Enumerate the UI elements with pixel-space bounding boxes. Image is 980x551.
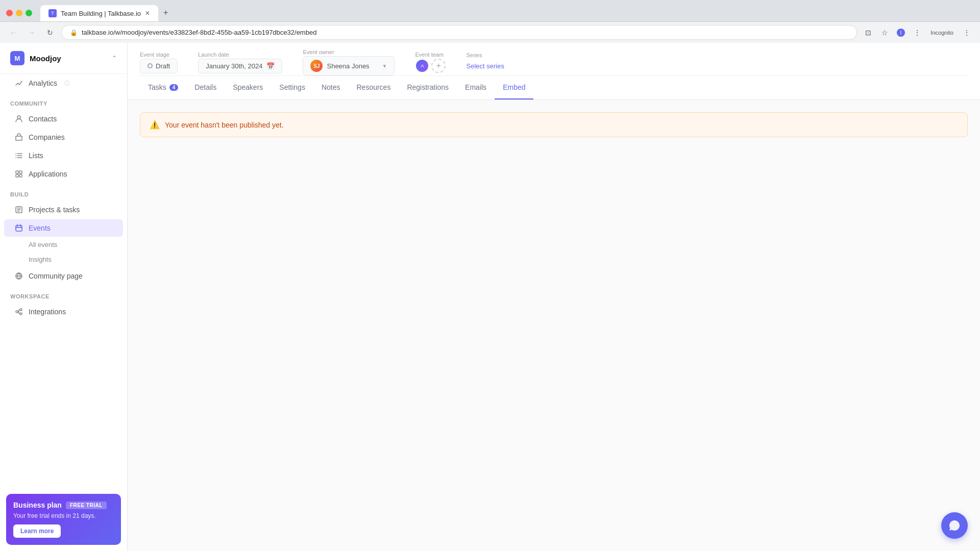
analytics-label: Analytics [29, 79, 57, 87]
tab-emails[interactable]: Emails [457, 76, 495, 99]
tab-close-button[interactable]: ✕ [145, 10, 150, 17]
tasks-badge: 4 [169, 84, 179, 91]
warning-message: Your event hasn't been published yet. [165, 121, 284, 129]
tab-favicon: T [48, 9, 57, 17]
tabs-row: Tasks 4 Details Speakers Settings Notes … [140, 76, 968, 99]
calendar-icon: 📅 [266, 62, 275, 70]
sidebar-item-analytics[interactable]: Analytics ⓘ [4, 74, 123, 92]
active-tab[interactable]: T Team Building | Talkbase.io ✕ [40, 5, 158, 21]
sidebar-item-integrations[interactable]: Integrations [4, 303, 123, 320]
back-button[interactable]: ← [6, 26, 20, 40]
build-section-label: Build [0, 183, 127, 201]
svg-text:I: I [900, 30, 902, 36]
sidebar-item-community-page[interactable]: Community page [4, 267, 123, 285]
warning-icon: ⚠️ [150, 120, 160, 130]
owner-initials: SJ [313, 63, 320, 69]
sidebar-chevron-icon[interactable]: ⌃ [112, 55, 117, 62]
tab-settings[interactable]: Settings [271, 76, 313, 99]
applications-icon [14, 169, 23, 179]
sidebar-item-insights[interactable]: Insights [4, 253, 123, 266]
tab-resources[interactable]: Resources [348, 76, 399, 99]
events-label: Events [29, 224, 51, 232]
community-page-label: Community page [29, 272, 83, 280]
sidebar-item-applications[interactable]: Applications [4, 165, 123, 183]
companies-label: Companies [29, 133, 65, 141]
sidebar-logo[interactable]: M Moodjoy [10, 51, 61, 65]
refresh-button[interactable]: ↻ [43, 26, 57, 40]
tab-registrations[interactable]: Registrations [399, 76, 457, 99]
projects-tasks-label: Projects & tasks [29, 206, 80, 214]
tab-tasks[interactable]: Tasks 4 [140, 76, 186, 99]
launch-label: Launch date [198, 52, 282, 58]
tab-embed[interactable]: Embed [495, 76, 533, 99]
team-label: Event team [415, 52, 446, 58]
tab-emails-label: Emails [465, 83, 486, 91]
svg-rect-3 [16, 136, 22, 140]
svg-rect-5 [19, 171, 22, 173]
svg-rect-6 [16, 174, 18, 177]
select-series-button[interactable]: Select series [466, 59, 504, 73]
business-plan-banner: Business plan FREE TRIAL Your free trial… [6, 494, 121, 545]
event-stage-group: Event stage Draft [140, 52, 178, 73]
extensions-icon[interactable]: ⋮ [910, 26, 924, 40]
sidebar-item-projects[interactable]: Projects & tasks [4, 201, 123, 218]
tab-registrations-label: Registrations [407, 83, 449, 91]
menu-icon[interactable]: ⋮ [960, 26, 974, 40]
applications-label: Applications [29, 170, 67, 178]
tab-details[interactable]: Details [186, 76, 225, 99]
event-meta-row: Event stage Draft Launch date January 30… [140, 43, 968, 76]
all-events-label: All events [29, 241, 57, 248]
learn-more-button[interactable]: Learn more [13, 524, 61, 538]
sidebar-item-companies[interactable]: Companies [4, 129, 123, 146]
sidebar-item-events[interactable]: Events [4, 219, 123, 237]
sidebar-item-all-events[interactable]: All events [4, 238, 123, 252]
tab-embed-label: Embed [503, 83, 525, 91]
tab-details-label: Details [194, 83, 216, 91]
event-team-group: Event team A + [415, 52, 446, 73]
add-team-member-button[interactable]: + [431, 59, 446, 73]
lists-icon [14, 151, 23, 160]
workspace-name: Moodjoy [30, 54, 61, 63]
logo-icon: M [10, 51, 24, 65]
browser-nav-icons: ⊡ ☆ I ⋮ Incognito ⋮ [861, 26, 974, 40]
contacts-label: Contacts [29, 115, 57, 123]
svg-point-2 [17, 116, 20, 119]
address-bar[interactable]: 🔒 talkbase.io/w/moodjoy/events/e33823ef-… [61, 25, 857, 40]
sidebar-item-lists[interactable]: Lists [4, 147, 123, 164]
tab-speakers[interactable]: Speakers [225, 76, 271, 99]
maximize-dot[interactable] [26, 10, 32, 16]
bookmark-icon[interactable]: ☆ [877, 26, 892, 40]
owner-select[interactable]: SJ Sheena Jones ▼ [303, 56, 395, 76]
cast-icon[interactable]: ⊡ [861, 26, 875, 40]
date-picker[interactable]: January 30th, 2024 📅 [198, 59, 282, 73]
tab-speakers-label: Speakers [233, 83, 263, 91]
incognito-label: Incognito [926, 30, 958, 36]
svg-rect-7 [19, 174, 22, 177]
profile-icon[interactable]: I [894, 26, 908, 40]
series-group: Series Select series [466, 52, 504, 73]
forward-button[interactable]: → [24, 26, 39, 40]
chat-button[interactable] [941, 512, 968, 539]
integrations-label: Integrations [29, 308, 66, 316]
stage-select[interactable]: Draft [140, 59, 178, 73]
sidebar-header: M Moodjoy ⌃ [0, 43, 127, 74]
browser-tabs: T Team Building | Talkbase.io ✕ + [40, 4, 172, 21]
main-content: Event stage Draft Launch date January 30… [128, 43, 980, 551]
plan-label: Business plan [13, 501, 62, 509]
app-layout: M Moodjoy ⌃ Analytics ⓘ Community Contac… [0, 43, 980, 551]
series-label: Series [466, 52, 504, 58]
tab-resources-label: Resources [356, 83, 390, 91]
analytics-icon [14, 79, 23, 88]
content-area: ⚠️ Your event hasn't been published yet. [128, 100, 980, 551]
url-text: talkbase.io/w/moodjoy/events/e33823ef-8b… [82, 29, 316, 36]
close-dot[interactable] [6, 10, 13, 16]
minimize-dot[interactable] [16, 10, 22, 16]
owner-label: Event owner [303, 49, 395, 55]
trial-badge: FREE TRIAL [66, 502, 107, 509]
browser-titlebar: T Team Building | Talkbase.io ✕ + [0, 0, 980, 21]
event-header: Event stage Draft Launch date January 30… [128, 43, 980, 100]
tab-notes[interactable]: Notes [313, 76, 349, 99]
sidebar-item-contacts[interactable]: Contacts [4, 110, 123, 128]
svg-rect-4 [16, 171, 18, 173]
new-tab-button[interactable]: + [159, 4, 172, 21]
